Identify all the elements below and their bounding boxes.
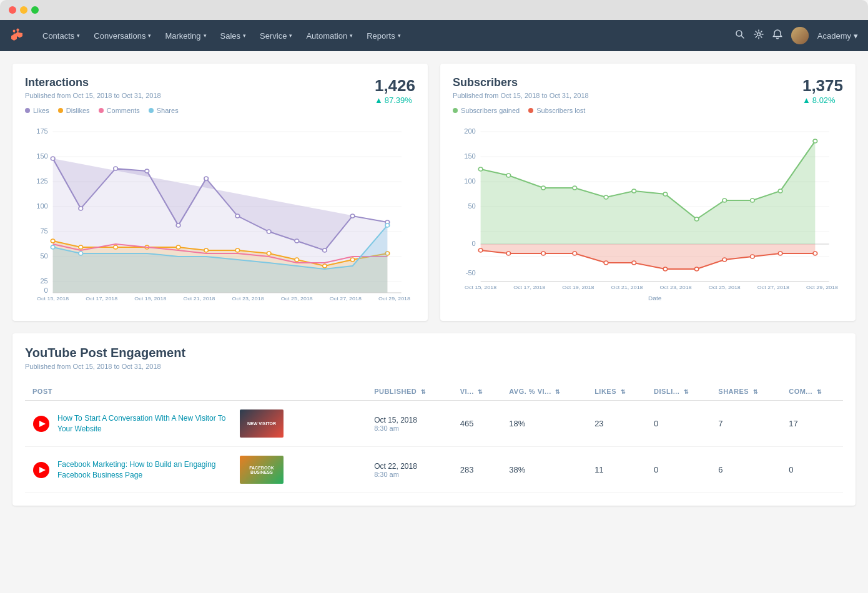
up-arrow-icon: ▲ bbox=[802, 96, 811, 105]
shares-cell-1: 7 bbox=[711, 401, 781, 447]
col-published[interactable]: PUBLISHED ⇅ bbox=[367, 383, 453, 401]
nav-sales[interactable]: Sales ▾ bbox=[214, 20, 253, 51]
settings-icon[interactable] bbox=[754, 29, 764, 42]
svg-text:Oct 19, 2018: Oct 19, 2018 bbox=[134, 295, 166, 301]
svg-text:175: 175 bbox=[36, 128, 48, 135]
nav-contacts[interactable]: Contacts ▾ bbox=[36, 20, 86, 51]
subscribers-chart: 200 150 100 50 0 -50 bbox=[453, 119, 843, 308]
table-body: How To Start A Conversation With A New V… bbox=[25, 401, 843, 493]
gained-dot bbox=[453, 108, 458, 113]
charts-row: Interactions Published from Oct 15, 2018… bbox=[12, 64, 856, 321]
svg-text:200: 200 bbox=[464, 128, 476, 135]
svg-point-76 bbox=[573, 186, 577, 190]
svg-point-20 bbox=[51, 157, 55, 160]
likes-dot bbox=[25, 108, 30, 113]
lost-dot bbox=[528, 108, 533, 113]
nav-reports[interactable]: Reports ▾ bbox=[360, 20, 407, 51]
svg-text:Oct 25, 2018: Oct 25, 2018 bbox=[709, 284, 741, 290]
svg-point-81 bbox=[723, 198, 727, 202]
published-cell-1: Oct 15, 2018 8:30 am bbox=[367, 401, 453, 447]
nav-marketing[interactable]: Marketing ▾ bbox=[159, 20, 212, 51]
svg-text:Oct 27, 2018: Oct 27, 2018 bbox=[330, 295, 362, 301]
svg-point-89 bbox=[573, 252, 577, 255]
youtube-subtitle: Published from Oct 15, 2018 to Oct 31, 2… bbox=[25, 363, 843, 370]
svg-text:Oct 29, 2018: Oct 29, 2018 bbox=[806, 284, 838, 290]
minimize-button[interactable] bbox=[20, 6, 27, 14]
table-row: Facebook Marketing: How to Build an Enga… bbox=[25, 447, 843, 493]
svg-point-39 bbox=[235, 248, 240, 252]
sort-icon: ⇅ bbox=[478, 389, 483, 395]
nav-automation[interactable]: Automation ▾ bbox=[300, 20, 359, 51]
interactions-legend: Likes Dislikes Comments Shares bbox=[25, 107, 179, 114]
svg-text:Oct 21, 2018: Oct 21, 2018 bbox=[611, 284, 643, 290]
svg-text:50: 50 bbox=[468, 203, 476, 210]
col-likes[interactable]: LIKES ⇅ bbox=[587, 383, 646, 401]
col-dislikes[interactable]: DISLI... ⇅ bbox=[646, 383, 711, 401]
svg-point-37 bbox=[176, 245, 180, 249]
avatar[interactable] bbox=[791, 27, 809, 44]
svg-text:Date: Date bbox=[648, 295, 661, 301]
table-row: How To Start A Conversation With A New V… bbox=[25, 401, 843, 447]
legend-likes: Likes bbox=[25, 107, 49, 114]
legend-lost: Subscribers lost bbox=[528, 107, 585, 114]
svg-point-73 bbox=[478, 167, 483, 171]
hubspot-logo[interactable] bbox=[10, 27, 24, 44]
sort-icon: ⇅ bbox=[555, 389, 561, 395]
up-arrow-icon: ▲ bbox=[375, 96, 383, 105]
svg-point-24 bbox=[176, 223, 180, 227]
search-icon[interactable] bbox=[735, 29, 745, 42]
close-button[interactable] bbox=[9, 6, 16, 14]
chevron-down-icon: ▾ bbox=[289, 32, 292, 39]
chevron-down-icon: ▾ bbox=[204, 32, 207, 39]
interactions-change: ▲ 87.39% bbox=[375, 96, 415, 105]
chevron-down-icon: ▾ bbox=[350, 32, 353, 39]
subscribers-chart-card: Subscribers Published from Oct 15, 2018 … bbox=[440, 64, 856, 321]
col-views[interactable]: VI... ⇅ bbox=[453, 383, 502, 401]
legend-comments: Comments bbox=[99, 107, 140, 114]
nav-menu: Contacts ▾ Conversations ▾ Marketing ▾ S… bbox=[36, 20, 735, 51]
svg-point-74 bbox=[506, 174, 511, 177]
youtube-table: POST PUBLISHED ⇅ VI... ⇅ AVG. % VI... ⇅ … bbox=[25, 383, 843, 493]
views-cell-2: 283 bbox=[453, 447, 502, 493]
svg-text:Oct 27, 2018: Oct 27, 2018 bbox=[757, 284, 789, 290]
navbar: Contacts ▾ Conversations ▾ Marketing ▾ S… bbox=[0, 20, 868, 51]
col-avg-view[interactable]: AVG. % VI... ⇅ bbox=[501, 383, 587, 401]
nav-conversations[interactable]: Conversations ▾ bbox=[87, 20, 157, 51]
svg-text:0: 0 bbox=[44, 287, 48, 294]
interactions-chart: 175 150 125 100 75 50 25 0 bbox=[25, 119, 415, 308]
svg-point-34 bbox=[79, 245, 83, 249]
youtube-icon bbox=[32, 461, 50, 479]
svg-point-79 bbox=[663, 192, 668, 196]
svg-text:50: 50 bbox=[40, 253, 48, 260]
dislikes-cell-1: 0 bbox=[646, 401, 711, 447]
svg-point-35 bbox=[114, 245, 118, 249]
post-title-2[interactable]: Facebook Marketing: How to Build an Enga… bbox=[57, 459, 232, 481]
col-shares[interactable]: SHARES ⇅ bbox=[711, 383, 781, 401]
sort-icon: ⇅ bbox=[421, 389, 427, 395]
shares-cell-2: 6 bbox=[711, 447, 781, 493]
svg-point-77 bbox=[604, 195, 608, 199]
maximize-button[interactable] bbox=[31, 6, 39, 14]
svg-point-86 bbox=[478, 248, 483, 252]
col-post: POST bbox=[25, 383, 367, 401]
col-comments[interactable]: COM... ⇅ bbox=[781, 383, 843, 401]
svg-text:Oct 15, 2018: Oct 15, 2018 bbox=[465, 284, 496, 290]
nav-service[interactable]: Service ▾ bbox=[254, 20, 298, 51]
youtube-icon bbox=[32, 415, 50, 433]
post-cell-2: Facebook Marketing: How to Build an Enga… bbox=[25, 447, 367, 493]
legend-dislikes: Dislikes bbox=[58, 107, 90, 114]
svg-point-93 bbox=[694, 267, 699, 271]
svg-point-41 bbox=[295, 258, 299, 262]
sort-icon: ⇅ bbox=[621, 389, 626, 395]
post-cell-content-1: How To Start A Conversation With A New V… bbox=[32, 409, 359, 438]
notifications-icon[interactable] bbox=[772, 29, 782, 42]
svg-text:Oct 23, 2018: Oct 23, 2018 bbox=[232, 295, 264, 301]
svg-point-97 bbox=[813, 252, 817, 255]
post-title-1[interactable]: How To Start A Conversation With A New V… bbox=[57, 413, 232, 434]
subscribers-header: Subscribers Published from Oct 15, 2018 … bbox=[453, 76, 843, 119]
svg-point-84 bbox=[813, 139, 817, 143]
academy-menu[interactable]: Academy ▾ bbox=[817, 31, 858, 41]
interactions-title-section: Interactions Published from Oct 15, 2018… bbox=[25, 76, 179, 119]
comments-cell-2: 0 bbox=[781, 447, 843, 493]
chevron-down-icon: ▾ bbox=[854, 31, 858, 41]
